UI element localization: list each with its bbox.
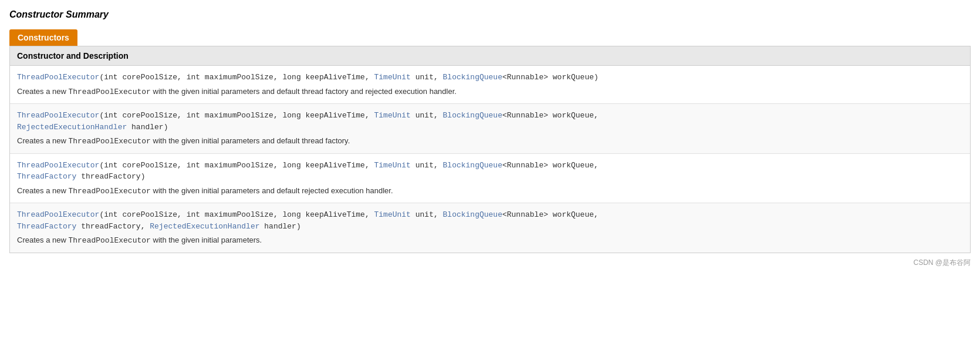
constructor-desc-2: Creates a new ThreadPoolExecutor with th… [17, 135, 963, 147]
timeunit-link-4[interactable]: TimeUnit [374, 210, 411, 219]
constructors-table: Constructor and Description ThreadPoolEx… [9, 46, 971, 253]
constructor-link-1[interactable]: ThreadPoolExecutor [17, 73, 99, 82]
constructor-link-3[interactable]: ThreadPoolExecutor [17, 161, 99, 170]
blockingqueue-link-1[interactable]: BlockingQueue [443, 73, 502, 82]
rejectedexecutionhandler-link-2[interactable]: RejectedExecutionHandler [17, 123, 127, 132]
constructor-desc-4: Creates a new ThreadPoolExecutor with th… [17, 234, 963, 247]
constructor-signature-4: ThreadPoolExecutor(int corePoolSize, int… [17, 209, 963, 232]
timeunit-link-3[interactable]: TimeUnit [374, 161, 411, 170]
page-title: Constructor Summary [9, 9, 971, 20]
constructor-desc-3: Creates a new ThreadPoolExecutor with th… [17, 185, 963, 197]
threadfactory-link-4[interactable]: ThreadFactory [17, 222, 76, 231]
constructor-signature-3: ThreadPoolExecutor(int corePoolSize, int… [17, 160, 963, 183]
blockingqueue-link-2[interactable]: BlockingQueue [443, 111, 502, 120]
constructor-row-2: ThreadPoolExecutor(int corePoolSize, int… [10, 104, 970, 154]
constructor-link-4[interactable]: ThreadPoolExecutor [17, 210, 99, 219]
watermark: CSDN @是布谷阿 [9, 258, 971, 268]
timeunit-link-2[interactable]: TimeUnit [374, 111, 411, 120]
constructor-desc-1: Creates a new ThreadPoolExecutor with th… [17, 86, 963, 98]
rejectedexecutionhandler-link-4[interactable]: RejectedExecutionHandler [150, 222, 259, 231]
constructor-row-4: ThreadPoolExecutor(int corePoolSize, int… [10, 203, 970, 253]
constructor-row-3: ThreadPoolExecutor(int corePoolSize, int… [10, 154, 970, 204]
constructor-row-1: ThreadPoolExecutor(int corePoolSize, int… [10, 66, 970, 104]
constructor-link-2[interactable]: ThreadPoolExecutor [17, 111, 99, 120]
constructor-signature-1: ThreadPoolExecutor(int corePoolSize, int… [17, 72, 963, 83]
constructors-tab[interactable]: Constructors [9, 29, 77, 46]
table-header: Constructor and Description [10, 46, 970, 66]
page-wrapper: Constructor Summary Constructors Constru… [9, 9, 971, 268]
constructor-signature-2: ThreadPoolExecutor(int corePoolSize, int… [17, 110, 963, 133]
threadfactory-link-3[interactable]: ThreadFactory [17, 172, 76, 181]
timeunit-link-1[interactable]: TimeUnit [374, 73, 411, 82]
blockingqueue-link-4[interactable]: BlockingQueue [443, 210, 502, 219]
blockingqueue-link-3[interactable]: BlockingQueue [443, 161, 502, 170]
